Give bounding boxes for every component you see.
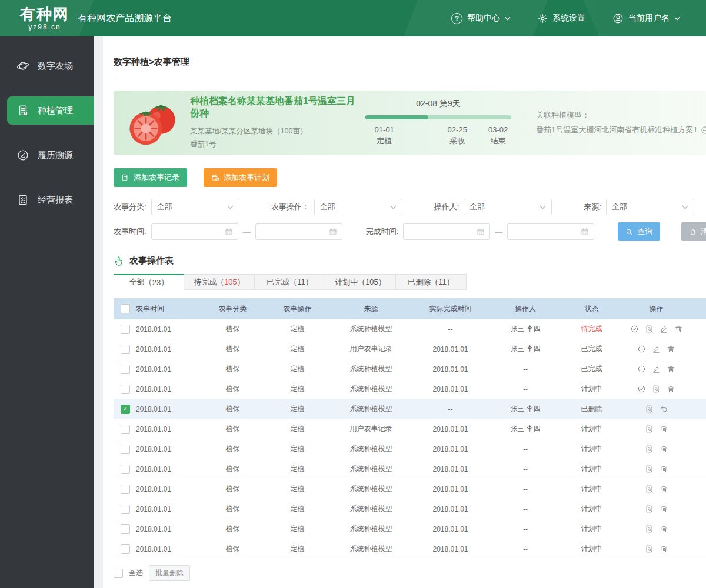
row-actions — [622, 465, 690, 473]
more-circle-icon[interactable] — [701, 126, 706, 135]
detail-icon[interactable] — [645, 465, 654, 473]
sidebar-item-种植管理[interactable]: 种植管理 — [7, 96, 94, 125]
complete-icon[interactable] — [630, 325, 639, 333]
farming-table: 农事时间农事分类农事操作来源实际完成时间操作人状态操作 2018.01.01植保… — [114, 298, 706, 559]
record-icon — [121, 173, 129, 182]
more-icon[interactable] — [637, 365, 646, 373]
sidebar-item-label: 经营报表 — [38, 195, 73, 206]
row-checkbox[interactable]: ✓ — [121, 405, 130, 414]
row-checkbox[interactable] — [121, 505, 130, 514]
detail-icon[interactable] — [645, 485, 654, 493]
row-status: 已完成 — [561, 344, 622, 354]
filter-select-0[interactable]: 全部 — [151, 199, 239, 215]
add-plan-button[interactable]: 添加农事计划 — [204, 168, 277, 187]
row-status: 已删除 — [561, 404, 622, 414]
table-row: 2018.01.01植保定植用户农事记录2018.01.01张三 李四计划中 — [114, 419, 706, 439]
tab-已完成[interactable]: 已完成（11） — [255, 274, 325, 290]
restore-icon[interactable] — [660, 405, 668, 413]
sidebar-item-数字农场[interactable]: 数字农场 — [0, 52, 94, 80]
edit-icon[interactable] — [660, 325, 668, 333]
row-operator: -- — [490, 465, 561, 473]
sidebar-item-经营报表[interactable]: 经营报表 — [0, 186, 94, 214]
tab-待完成[interactable]: 待完成（105） — [184, 274, 255, 290]
row-checkbox[interactable] — [121, 445, 130, 454]
column-header: 操作 — [622, 304, 690, 314]
delete-icon[interactable] — [660, 505, 668, 513]
header-checkbox[interactable] — [121, 304, 130, 313]
delete-icon[interactable] — [667, 345, 675, 353]
row-actions — [622, 544, 690, 553]
filter-select-2[interactable]: 全部 — [464, 199, 552, 215]
row-status: 计划中 — [561, 444, 622, 454]
chevron-down-icon — [540, 205, 546, 209]
report-icon — [16, 193, 29, 206]
row-category: 植保 — [202, 544, 264, 554]
date-input[interactable] — [507, 223, 594, 240]
edit-icon[interactable] — [652, 365, 661, 373]
more-icon[interactable] — [637, 345, 646, 353]
row-checkbox[interactable] — [121, 524, 130, 534]
select-value: 全部 — [320, 202, 335, 212]
row-checkbox[interactable] — [121, 385, 130, 394]
tab-全部[interactable]: 全部（23） — [114, 274, 184, 290]
row-source: 系统种植模型 — [331, 504, 411, 514]
delete-icon[interactable] — [667, 365, 675, 373]
row-source: 系统种植模型 — [331, 384, 411, 394]
detail-icon[interactable] — [645, 544, 654, 553]
column-header: 操作人 — [490, 304, 561, 314]
delete-icon[interactable] — [667, 385, 675, 393]
select-all-checkbox[interactable] — [114, 569, 123, 578]
row-category: 植保 — [202, 424, 264, 434]
row-checkbox[interactable] — [121, 325, 130, 334]
filter-select-1[interactable]: 全部 — [314, 199, 402, 215]
row-checkbox[interactable] — [121, 465, 130, 474]
date-input[interactable] — [255, 223, 342, 240]
brand-logo: 有种网 yz98.cn — [20, 6, 69, 31]
row-status: 计划中 — [561, 544, 622, 554]
row-checkbox[interactable] — [121, 365, 130, 374]
complete-icon[interactable] — [637, 385, 646, 393]
tab-计划中[interactable]: 计划中（105） — [325, 274, 396, 290]
row-checkbox[interactable] — [121, 485, 130, 494]
delete-icon[interactable] — [674, 325, 683, 333]
delete-icon[interactable] — [660, 524, 668, 533]
current-user-menu[interactable]: 当前用户名 — [612, 13, 680, 24]
delete-icon[interactable] — [660, 465, 668, 473]
timeline-milestone: 03-02结束 — [488, 124, 508, 147]
delete-icon[interactable] — [660, 485, 668, 493]
tab-已删除[interactable]: 已删除（11） — [396, 274, 467, 290]
detail-icon[interactable] — [645, 445, 654, 453]
delete-icon[interactable] — [660, 425, 668, 433]
detail-icon[interactable] — [645, 505, 654, 513]
detail-icon[interactable] — [645, 524, 654, 533]
sidebar-item-履历溯源[interactable]: 履历溯源 — [0, 141, 94, 169]
search-icon — [625, 228, 633, 236]
row-checkbox[interactable] — [121, 425, 130, 434]
clear-button[interactable]: 清空 — [681, 222, 706, 241]
row-operator: 张三 李四 — [490, 324, 561, 334]
row-checkbox[interactable] — [121, 544, 130, 554]
search-button[interactable]: 查询 — [618, 222, 660, 241]
edit-icon[interactable] — [652, 345, 661, 353]
add-record-button[interactable]: 添加农事记录 — [114, 168, 187, 187]
archive-variety: 番茄1号 — [190, 138, 362, 151]
bulk-delete-button[interactable]: 批量删除 — [149, 565, 190, 581]
detail-icon[interactable] — [645, 425, 654, 433]
filter-select-3[interactable]: 全部 — [606, 199, 694, 215]
detail-icon[interactable] — [645, 405, 654, 413]
row-source: 系统种植模型 — [331, 404, 411, 414]
detail-icon[interactable] — [652, 385, 661, 393]
breadcrumb: 数字种植>农事管理 — [114, 36, 706, 76]
row-date: 2018.01.01 — [136, 445, 171, 453]
delete-icon[interactable] — [660, 445, 668, 453]
system-settings-menu[interactable]: 系统设置 — [538, 13, 585, 24]
row-date: 2018.01.01 — [136, 485, 171, 493]
table-row: ✓2018.01.01植保定植系统种植模型--张三 李四已删除 — [114, 399, 706, 419]
row-checkbox[interactable] — [121, 345, 130, 354]
row-date: 2018.01.01 — [136, 505, 171, 513]
detail-icon[interactable] — [645, 325, 654, 333]
help-center-menu[interactable]: ? 帮助中心 — [451, 13, 511, 24]
date-input[interactable] — [151, 223, 238, 240]
date-input[interactable] — [403, 223, 490, 240]
delete-icon[interactable] — [660, 544, 668, 553]
